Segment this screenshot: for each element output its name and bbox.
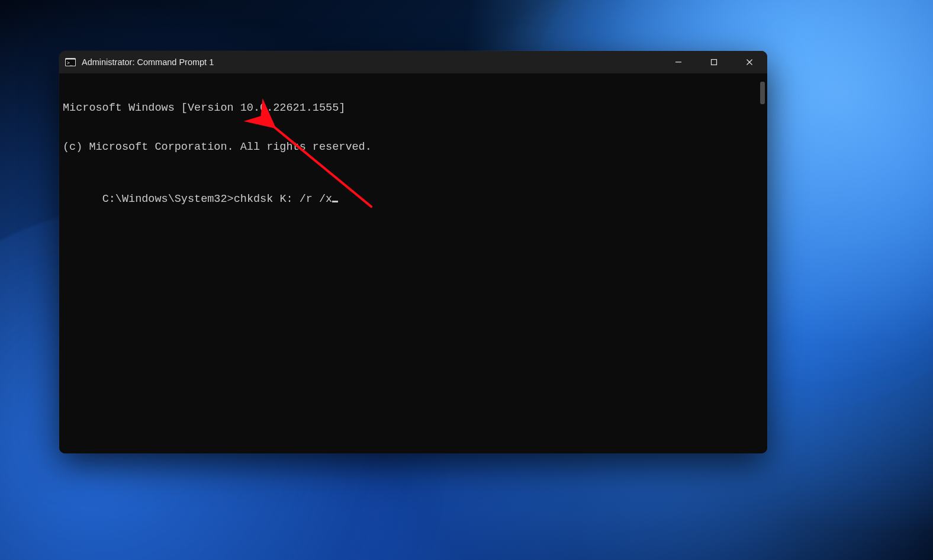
titlebar-left: >_ Administrator: Command Prompt 1 xyxy=(59,57,214,67)
desktop-wallpaper: >_ Administrator: Command Prompt 1 xyxy=(0,0,933,560)
window-titlebar[interactable]: >_ Administrator: Command Prompt 1 xyxy=(59,51,767,73)
svg-rect-4 xyxy=(712,60,717,65)
terminal-prompt: C:\Windows\System32> xyxy=(102,193,234,205)
svg-rect-3 xyxy=(675,62,681,62)
terminal-line: (c) Microsoft Corporation. All rights re… xyxy=(63,141,764,154)
command-prompt-window: >_ Administrator: Command Prompt 1 xyxy=(59,51,767,453)
minimize-button[interactable] xyxy=(661,51,696,73)
terminal-line: Microsoft Windows [Version 10.0.22621.15… xyxy=(63,102,764,115)
svg-text:>_: >_ xyxy=(67,60,73,66)
terminal-output-area[interactable]: Microsoft Windows [Version 10.0.22621.15… xyxy=(59,73,767,453)
scrollbar-track[interactable] xyxy=(758,76,766,451)
scrollbar-thumb[interactable] xyxy=(760,82,765,104)
window-title: Administrator: Command Prompt 1 xyxy=(82,57,214,67)
terminal-command-input[interactable]: chkdsk K: /r /x xyxy=(234,193,333,205)
cmd-app-icon: >_ xyxy=(65,58,76,66)
close-button[interactable] xyxy=(732,51,767,73)
maximize-button[interactable] xyxy=(696,51,732,73)
text-cursor xyxy=(332,201,338,202)
window-controls xyxy=(661,51,767,73)
